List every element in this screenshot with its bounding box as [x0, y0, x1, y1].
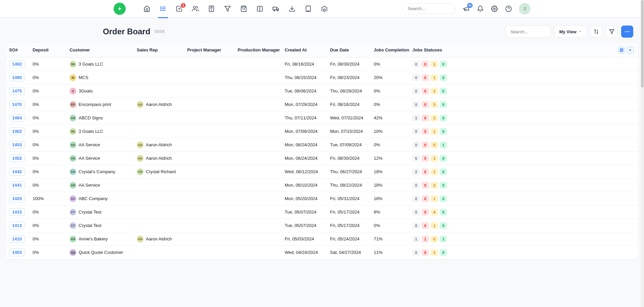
avatar: QQ — [70, 249, 76, 256]
col-created-at[interactable]: Created At — [285, 47, 330, 52]
so-link[interactable]: 1470 — [9, 101, 25, 108]
col-jobs-statuses[interactable]: Jobs Statuses — [412, 47, 615, 52]
so-link[interactable]: 1442 — [9, 168, 25, 176]
table-row[interactable]: 1403 0% QQ Quick Quote Customer Wed, 04/… — [6, 246, 638, 259]
completion-cell: 0% — [374, 223, 412, 228]
status-badge: 1 — [421, 236, 429, 242]
so-link[interactable]: 1464 — [9, 114, 25, 122]
building-icon[interactable] — [305, 5, 312, 12]
table-row[interactable]: 1462 0% 3G 3 Goats LLC Mon, 07/08/2024 M… — [6, 125, 638, 138]
columns-icon[interactable] — [618, 47, 625, 53]
shipping-icon[interactable] — [272, 5, 280, 12]
filter-icon[interactable] — [224, 5, 231, 12]
bell-icon[interactable] — [477, 5, 484, 12]
table-row[interactable]: 1410 0% AS Annie's Bakery AA Aaron Aldri… — [6, 232, 638, 246]
table-row[interactable]: 1452 0% AS AA Service AA Aaron Aldrich M… — [6, 152, 638, 165]
completion-cell: 18% — [374, 183, 412, 188]
tasks-icon[interactable]: 1 — [175, 5, 183, 12]
customer-cell: EP Encompass print — [70, 101, 137, 108]
customer-name: MCS — [79, 75, 88, 80]
so-link[interactable]: 1475 — [9, 87, 25, 95]
table-row[interactable]: 1425 100% AC ABC Company Mon, 05/20/2024… — [6, 192, 638, 205]
status-badge: 0 — [440, 222, 447, 229]
board-search-input[interactable] — [506, 26, 551, 38]
table-row[interactable]: 1475 0% 3 3Goats Tue, 08/06/2024 Thu, 08… — [6, 84, 638, 98]
filter-button[interactable] — [606, 26, 618, 38]
col-customer[interactable]: Customer — [70, 47, 137, 52]
inbox-icon[interactable] — [288, 5, 296, 12]
so-link[interactable]: 1425 — [9, 195, 25, 202]
status-badge: 0 — [421, 142, 429, 148]
table-row[interactable]: 1482 0% 3G 3 Goats LLC Fri, 08/16/2024 F… — [6, 57, 638, 71]
table-row[interactable]: 1464 0% AS ABCD Signs Thu, 07/11/2024 We… — [6, 111, 638, 125]
campaign-icon[interactable]: 35 — [462, 5, 470, 12]
col-so[interactable]: SO# — [9, 47, 33, 52]
table-row[interactable]: 1441 0% AS AA Service Mon, 06/10/2024 Th… — [6, 179, 638, 192]
cart-icon[interactable] — [240, 5, 247, 12]
avatar: CR — [137, 168, 144, 175]
so-link[interactable]: 1413 — [9, 222, 25, 229]
add-button[interactable] — [114, 3, 126, 15]
statuses-cell: 0 0 3 0 — [412, 101, 615, 108]
statuses-cell: 0 0 0 1 — [412, 142, 615, 148]
so-link[interactable]: 1441 — [9, 181, 25, 189]
due-date-cell: Fri, 08/23/2024 — [330, 75, 374, 80]
so-link[interactable]: 1410 — [9, 235, 25, 243]
table-row[interactable]: 1442 0% CS Crystal's Company CR Crystal … — [6, 165, 638, 179]
collapse-icon[interactable] — [627, 47, 634, 53]
created-at-cell: Fri, 05/03/2024 — [285, 236, 330, 241]
customer-cell: AS AA Service — [70, 142, 137, 148]
more-button[interactable] — [621, 26, 633, 38]
table-row[interactable]: 1480 0% M MCS Thu, 08/15/2024 Fri, 08/23… — [6, 71, 638, 84]
so-link[interactable]: 1480 — [9, 74, 25, 81]
global-search-input[interactable] — [402, 3, 456, 14]
scrollbar[interactable] — [641, 0, 644, 260]
view-selector[interactable]: My View — [554, 26, 587, 38]
table-row[interactable]: 1453 0% AS AA Service AA Aaron Aldrich M… — [6, 138, 638, 152]
customer-name: Crystal Test — [79, 209, 102, 215]
col-deposit[interactable]: Deposit — [33, 47, 70, 52]
warehouse-icon[interactable] — [321, 5, 328, 12]
completion-cell: 0% — [374, 102, 412, 107]
settings-icon[interactable] — [491, 5, 498, 12]
status-badge: 0 — [440, 168, 447, 175]
status-badge: 0 — [431, 236, 438, 242]
so-link[interactable]: 1453 — [9, 141, 25, 149]
created-at-cell: Wed, 04/24/2024 — [285, 250, 330, 255]
so-link[interactable]: 1482 — [9, 60, 25, 68]
status-badge: 1 — [431, 195, 438, 202]
invoice-icon[interactable] — [208, 5, 215, 12]
table-row[interactable]: 1415 0% CT Crystal Test Tue, 05/07/2024 … — [6, 205, 638, 219]
svg-marker-31 — [609, 30, 614, 34]
so-link[interactable]: 1462 — [9, 127, 25, 135]
statuses-cell: 6 0 1 0 — [412, 155, 615, 162]
sort-button[interactable] — [590, 26, 602, 38]
status-badge: 3 — [431, 101, 438, 108]
table-row[interactable]: 1470 0% EP Encompass print AA Aaron Aldr… — [6, 98, 638, 111]
table-row[interactable]: 1413 0% CT Crystal Test Tue, 05/07/2024 … — [6, 219, 638, 232]
col-sales-rep[interactable]: Sales Rep — [137, 47, 187, 52]
sales-rep-name: Crystal Richard — [146, 169, 176, 174]
avatar: AA — [137, 155, 144, 162]
home-icon[interactable] — [143, 5, 151, 12]
user-avatar[interactable]: J — [519, 3, 530, 14]
campaign-badge: 35 — [467, 3, 473, 8]
col-jobs-completion[interactable]: Jobs Completion — [374, 47, 412, 52]
due-date-cell: Thu, 08/22/2024 — [330, 183, 374, 188]
help-icon[interactable] — [505, 5, 512, 12]
list-icon[interactable] — [159, 5, 167, 12]
so-link[interactable]: 1452 — [9, 154, 25, 162]
customer-name: AA Service — [79, 156, 100, 161]
scrollbar-thumb[interactable] — [641, 0, 644, 87]
customers-icon[interactable] — [192, 5, 199, 12]
customer-cell: AS ABCD Signs — [70, 115, 137, 121]
status-badge: 0 — [412, 222, 420, 229]
so-link[interactable]: 1403 — [9, 248, 25, 256]
created-at-cell: Tue, 08/06/2024 — [285, 88, 330, 93]
col-due-date[interactable]: Due Date — [330, 47, 374, 52]
col-production-manager[interactable]: Production Manager — [238, 47, 285, 52]
book-icon[interactable] — [256, 5, 264, 12]
col-project-manager[interactable]: Project Manager — [187, 47, 238, 52]
so-link[interactable]: 1415 — [9, 208, 25, 216]
customer-name: ABC Company — [79, 196, 108, 201]
